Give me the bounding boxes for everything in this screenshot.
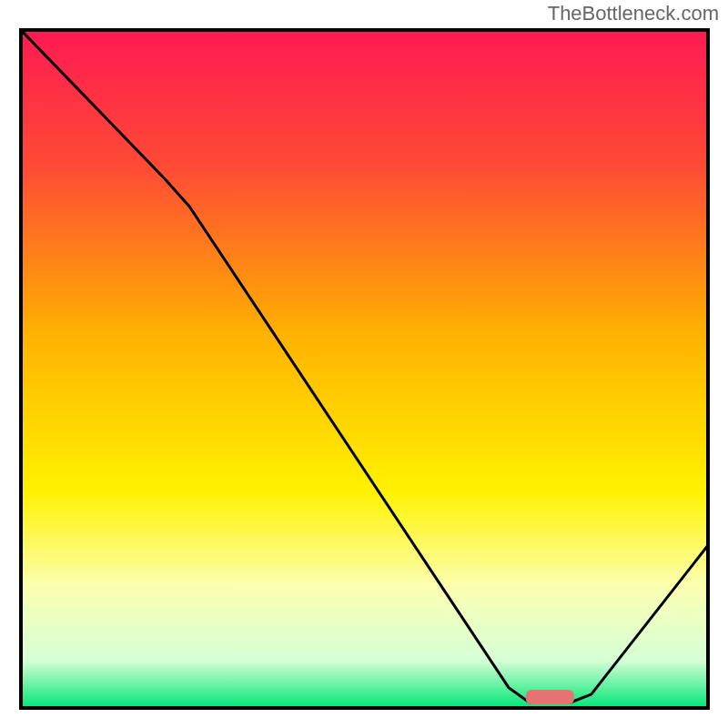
chart-container: TheBottleneck.com — [0, 0, 728, 728]
plot-background — [21, 30, 708, 708]
optimal-marker — [526, 690, 574, 704]
bottleneck-chart — [0, 0, 728, 728]
attribution-label: TheBottleneck.com — [548, 2, 719, 25]
